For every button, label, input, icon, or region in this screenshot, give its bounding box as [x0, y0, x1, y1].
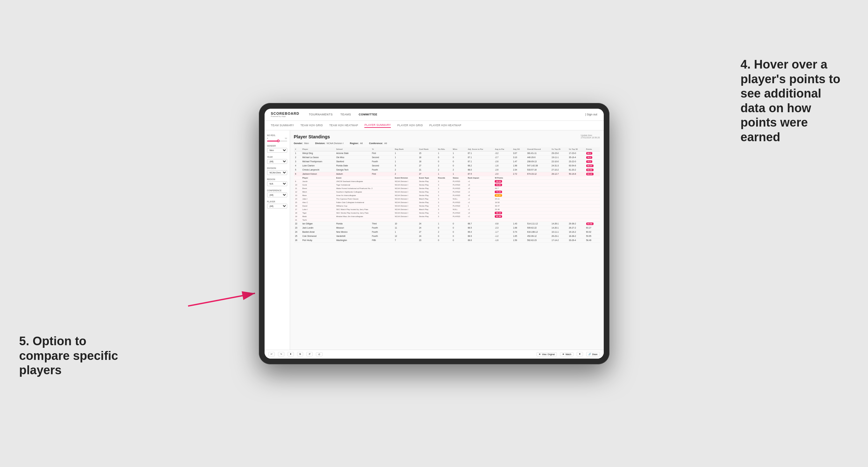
export-button[interactable]: ⬆	[577, 352, 583, 356]
cell-avg-sg: 3.10	[512, 155, 526, 159]
cell-record: 547-142-38	[526, 163, 550, 168]
sub-cell-player: Tiger	[301, 211, 335, 215]
cell-num: 1	[294, 151, 301, 155]
watch-button[interactable]: 👁 Watch	[560, 352, 574, 356]
sub-cell-points[interactable]: 16.50	[493, 200, 599, 204]
cell-adj-score: 68.6	[466, 238, 493, 242]
cell-avg-to-par: -1.2	[493, 234, 512, 238]
sub-cell-points[interactable]: 53.60	[493, 183, 599, 186]
sub-cell-points[interactable]: 30.47	[493, 204, 599, 208]
nav-tournaments[interactable]: TOURNAMENTS	[309, 112, 333, 117]
cell-points[interactable]: 60.58	[585, 222, 600, 226]
sub-cell-player: Brent	[301, 186, 335, 190]
cell-points[interactable]: 59.95	[585, 234, 600, 238]
share-button[interactable]: 🔗 Share	[586, 352, 599, 356]
cell-player: Cole Sherwood	[301, 234, 335, 238]
table-row: 26 Petr Hruby Washington Fifth 7 23 0 0 …	[294, 238, 600, 242]
sub-cell-points[interactable]: 24.11	[493, 197, 599, 200]
slider-track[interactable]	[267, 141, 287, 142]
download-button[interactable]: ⬇	[287, 352, 294, 356]
sub-cell-points[interactable]: 25.36	[493, 208, 599, 211]
cell-points[interactable]: 58.49	[585, 238, 600, 242]
player-select[interactable]: (All)	[267, 204, 287, 209]
region-select[interactable]: N/A	[267, 181, 287, 186]
sub-cell-rank: +1	[466, 208, 493, 211]
redo-button[interactable]: ↪	[278, 352, 284, 356]
sub-cell-points[interactable]: 61.40	[493, 215, 599, 218]
sub-cell-event: Mirabei Maui Jim Intercollegiate	[335, 215, 394, 218]
tab-player-summary[interactable]: PLAYER SUMMARY	[364, 123, 391, 128]
nav-committee[interactable]: COMMITTEE	[359, 112, 377, 117]
sub-th-rounds: Rounds	[437, 176, 452, 180]
sub-cell-rounds: 3	[437, 190, 452, 193]
sub-cell-points[interactable]: 56.18	[493, 211, 599, 215]
tab-team-h2h-heatmap[interactable]: TEAM H2H HEATMAP	[329, 123, 358, 127]
sub-cell-status: PLAYED	[452, 200, 466, 204]
cell-points[interactable]: 88.94	[585, 163, 600, 168]
table-row: 1 Wenyi Ding Arizona State First 1 15 1 …	[294, 151, 600, 155]
sub-cell-points[interactable]: 20.64	[493, 180, 599, 183]
tab-team-h2h-grid[interactable]: TEAM H2H GRID	[300, 123, 323, 127]
sub-cell-player: David	[301, 204, 335, 208]
cell-no-rds: 2	[437, 230, 452, 234]
year-select[interactable]: (All)	[267, 159, 287, 164]
tab-player-h2h-heatmap[interactable]: PLAYER H2H HEATMAP	[429, 123, 462, 127]
gender-select[interactable]: Men	[267, 148, 287, 153]
sub-cell-rounds: 3	[437, 180, 452, 183]
tab-player-h2h-grid[interactable]: PLAYER H2H GRID	[397, 123, 423, 127]
cell-points[interactable]: 70.2	[585, 159, 600, 163]
cell-no-rds: 1	[437, 151, 452, 155]
view-label: View: Original	[542, 353, 555, 355]
cell-points[interactable]: 88.2	[585, 151, 600, 155]
filter-conference-label: Conference:	[369, 142, 383, 145]
cell-points[interactable]: 80.89	[585, 168, 600, 172]
tab-team-summary[interactable]: TEAM SUMMARY	[271, 123, 294, 127]
cell-avg-sg: 0.74	[512, 230, 526, 234]
cell-vs25: 22-10-0	[550, 159, 567, 163]
filter-gender-label: Gender:	[294, 142, 303, 145]
division-select[interactable]: NCAA Division I	[267, 170, 287, 175]
cell-points[interactable]: 60.27	[585, 226, 600, 230]
cell-record: 533-57-16	[526, 168, 550, 172]
sub-cell-division: NCAA Division I	[393, 186, 417, 190]
sub-cell-type: Stroke Play	[417, 204, 437, 208]
sub-table-row: 17 Luke I SEC Match Play hosted by Jerry…	[294, 208, 600, 211]
page-wrapper: 5. Option to compare specific players 4.…	[0, 0, 868, 467]
cell-player: Wenyi Ding	[301, 151, 335, 155]
logo-sub: Powered by clippi	[271, 115, 299, 117]
th-overall-record: Overall Record	[526, 147, 550, 151]
cell-player: Michael Thorbjornsen	[301, 159, 335, 163]
conference-select[interactable]: (All)	[267, 192, 287, 197]
sign-out-link[interactable]: | Sign out	[585, 113, 597, 116]
cell-points[interactable]: 60.02	[585, 230, 600, 234]
undo-button[interactable]: ↩	[269, 352, 275, 356]
view-icon: 👁	[539, 353, 541, 355]
share-icon: 🔗	[588, 353, 591, 355]
sub-table-row: 21 Tachi	[294, 218, 600, 222]
slider-thumb[interactable]	[277, 139, 280, 142]
sub-cell-points[interactable]: 97.57	[493, 193, 599, 197]
cell-avg-sg: 1.43	[512, 222, 526, 226]
nav-teams[interactable]: TEAMS	[340, 112, 351, 117]
clock-button[interactable]: ⏱	[316, 352, 322, 356]
sidebar-region-label: Region	[267, 178, 287, 180]
cell-reg-rank: 1	[393, 151, 417, 155]
refresh-button[interactable]: ↺	[306, 352, 313, 356]
tablet-frame: SCOREBOARD Powered by clippi TOURNAMENTS…	[259, 103, 610, 364]
sub-cell-points[interactable]: 46.7	[493, 186, 599, 190]
view-original-button[interactable]: 👁 View: Original	[536, 352, 557, 356]
cell-avg-to-par: -1.6	[493, 163, 512, 168]
cell-school: New Mexico	[335, 230, 371, 234]
th-num: #	[294, 147, 301, 151]
update-time-area: Update time: 27/01/2024 16:56:26	[581, 134, 600, 139]
cell-yr: Fourth	[371, 168, 394, 172]
cell-school: Ole Miss	[335, 155, 371, 159]
cell-points[interactable]: 76.3	[585, 155, 600, 159]
share-label: Share	[592, 353, 597, 355]
cell-points[interactable]: 68.18	[585, 172, 600, 176]
copy-button[interactable]: ⧉	[297, 352, 303, 356]
sub-cell-points[interactable]: 73.33	[493, 190, 599, 193]
th-vs-top50: Vs Top 50	[567, 147, 585, 151]
sub-cell-type: Stroke Play	[417, 215, 437, 218]
sub-cell-division: NCAA Division I	[393, 200, 417, 204]
